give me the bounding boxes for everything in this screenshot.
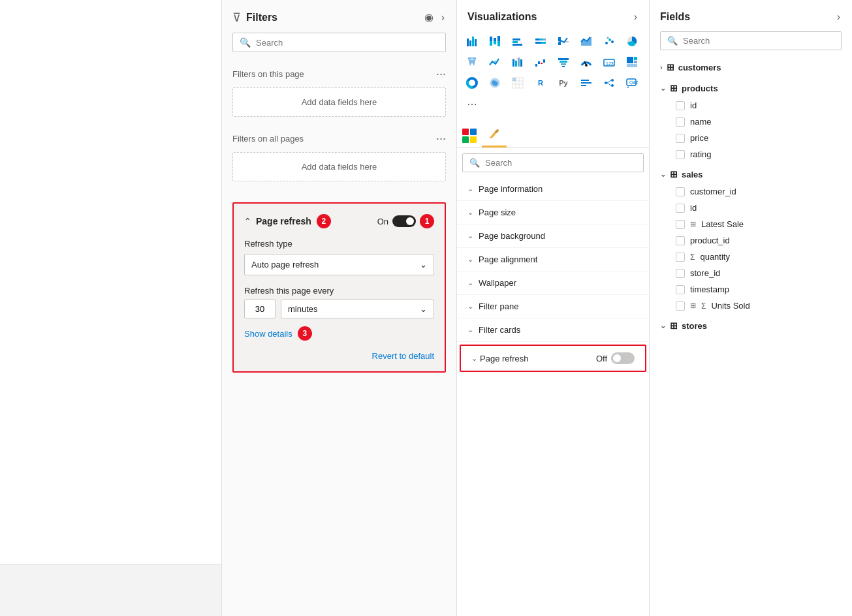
svg-rect-41: [627, 57, 633, 63]
field-checkbox-product-price[interactable]: [676, 134, 685, 143]
field-item-units-sold[interactable]: ⊞ Σ Units Sold: [655, 298, 847, 314]
field-checkbox-units-sold[interactable]: [676, 301, 685, 311]
viz-icon-gauge[interactable]: [576, 52, 596, 72]
viz-icon-col-clustered[interactable]: [508, 31, 528, 51]
svg-line-61: [607, 83, 611, 85]
pr-toggle[interactable]: [392, 215, 416, 227]
field-checkbox-quantity[interactable]: [676, 253, 685, 262]
pr-interval-number[interactable]: [244, 300, 276, 318]
field-item-customer-id[interactable]: customer_id: [655, 183, 847, 200]
field-checkbox-product-id[interactable]: [676, 101, 685, 110]
viz-icon-filled-map[interactable]: [485, 73, 505, 93]
filters-search-box[interactable]: 🔍: [232, 33, 446, 52]
field-group-customers-header[interactable]: › ⊞ customers: [655, 58, 847, 76]
filters-chevron-right-icon[interactable]: ›: [440, 11, 446, 24]
viz-section-page-size[interactable]: ⌄ Page size: [457, 201, 649, 224]
viz-icon-matrix[interactable]: [508, 73, 528, 93]
viz-section-page-refresh[interactable]: ⌄ Page refresh Off: [460, 345, 646, 372]
viz-icon-pie[interactable]: [622, 31, 642, 51]
viz-icon-funnel[interactable]: [554, 52, 573, 72]
viz-section-label-filter-cards: Filter cards: [479, 325, 520, 335]
viz-page-refresh-left: ⌄ Page refresh: [471, 354, 528, 363]
viz-search-input[interactable]: [485, 158, 637, 168]
pr-unit-dropdown[interactable]: minutes ⌄: [281, 300, 434, 318]
viz-icon-qa[interactable]: Q&A: [622, 73, 642, 93]
viz-icon-area[interactable]: [576, 31, 596, 51]
fields-search-box[interactable]: 🔍: [660, 31, 842, 50]
viz-icon-more[interactable]: ···: [462, 94, 482, 114]
viz-icon-donut[interactable]: [462, 73, 482, 93]
field-label-product-name: name: [690, 117, 712, 127]
viz-search-box[interactable]: 🔍: [462, 153, 644, 172]
field-checkbox-customer-id[interactable]: [676, 187, 685, 196]
filters-on-page-menu[interactable]: ···: [436, 68, 446, 80]
viz-icon-card[interactable]: 123: [599, 52, 619, 72]
viz-icon-decomp-tree[interactable]: [599, 73, 619, 93]
field-label-latest-sale: Latest Sale: [701, 219, 744, 229]
viz-section-filter-cards[interactable]: ⌄ Filter cards: [457, 318, 649, 342]
pr-chevron-up-icon[interactable]: ⌃: [244, 217, 251, 226]
viz-icon-bar-clustered[interactable]: [462, 31, 482, 51]
viz-icon-smart-narrative[interactable]: [576, 73, 596, 93]
field-item-product-name[interactable]: name: [655, 114, 847, 130]
sales-table-icon: ⊞: [670, 169, 678, 179]
viz-tab-format[interactable]: [482, 124, 507, 147]
field-item-product-rating[interactable]: rating: [655, 146, 847, 162]
revert-to-default-link[interactable]: Revert to default: [372, 351, 434, 361]
viz-icon-line2[interactable]: [485, 52, 505, 72]
field-label-product-price: price: [690, 133, 708, 143]
field-item-latest-sale[interactable]: ⊞ Latest Sale: [655, 216, 847, 232]
pr-dropdown-chevron: ⌄: [420, 260, 427, 270]
field-checkbox-product-name[interactable]: [676, 117, 685, 127]
viz-icon-ribbon[interactable]: [508, 52, 528, 72]
field-item-product-id[interactable]: id: [655, 97, 847, 114]
products-table-icon: ⊞: [670, 83, 678, 93]
field-group-stores-header[interactable]: ⌄ ⊞ stores: [655, 316, 847, 335]
field-group-sales-header[interactable]: ⌄ ⊞ sales: [655, 165, 847, 183]
svg-rect-8: [497, 36, 500, 41]
viz-icon-kpi[interactable]: R: [531, 73, 550, 93]
svg-rect-43: [634, 61, 637, 63]
field-item-store-id[interactable]: store_id: [655, 265, 847, 281]
viz-page-refresh-toggle[interactable]: [611, 352, 635, 364]
viz-icon-bar-stacked[interactable]: [485, 31, 505, 51]
viz-page-refresh-label: Page refresh: [480, 354, 528, 363]
field-item-product-id-sales[interactable]: product_id: [655, 232, 847, 249]
field-checkbox-timestamp[interactable]: [676, 285, 685, 294]
left-panel-bottom: [0, 564, 221, 616]
viz-icon-waterfall[interactable]: [531, 52, 550, 72]
field-checkbox-sales-id[interactable]: [676, 204, 685, 213]
field-checkbox-latest-sale[interactable]: [676, 220, 685, 229]
filters-search-input[interactable]: [256, 38, 439, 48]
field-item-quantity[interactable]: Σ quantity: [655, 249, 847, 265]
viz-icon-map[interactable]: [462, 52, 482, 72]
viz-section-page-background[interactable]: ⌄ Page background: [457, 224, 649, 248]
viz-section-page-alignment[interactable]: ⌄ Page alignment: [457, 248, 649, 271]
fields-search-input[interactable]: [683, 36, 834, 46]
svg-rect-17: [541, 42, 546, 44]
field-item-timestamp[interactable]: timestamp: [655, 281, 847, 298]
svg-rect-0: [467, 38, 469, 46]
show-details-link[interactable]: Show details: [244, 329, 292, 339]
field-checkbox-product-rating[interactable]: [676, 150, 685, 159]
filters-eye-icon[interactable]: ◉: [423, 11, 435, 24]
field-checkbox-product-id-sales[interactable]: [676, 236, 685, 245]
viz-icon-line[interactable]: [554, 31, 573, 51]
viz-icon-col-stacked[interactable]: [531, 31, 550, 51]
viz-icon-scatter[interactable]: [599, 31, 619, 51]
pr-refresh-type-dropdown[interactable]: Auto page refresh ⌄: [244, 254, 434, 275]
viz-section-wallpaper[interactable]: ⌄ Wallpaper: [457, 271, 649, 295]
viz-chevron-right-icon[interactable]: ›: [633, 10, 639, 23]
viz-icon-python[interactable]: Py: [554, 73, 573, 93]
field-item-product-price[interactable]: price: [655, 130, 847, 146]
viz-section-page-information[interactable]: ⌄ Page information: [457, 177, 649, 201]
fields-chevron-right-icon[interactable]: ›: [836, 10, 842, 23]
viz-style-icon[interactable]: [462, 129, 477, 143]
viz-icon-treemap[interactable]: [622, 52, 642, 72]
field-group-products-header[interactable]: ⌄ ⊞ products: [655, 79, 847, 97]
filters-on-all-menu[interactable]: ···: [436, 132, 446, 144]
field-checkbox-store-id[interactable]: [676, 269, 685, 278]
field-item-sales-id[interactable]: id: [655, 200, 847, 216]
viz-section-filter-pane[interactable]: ⌄ Filter pane: [457, 295, 649, 318]
pr-header-left: ⌃ Page refresh 2: [244, 214, 331, 228]
